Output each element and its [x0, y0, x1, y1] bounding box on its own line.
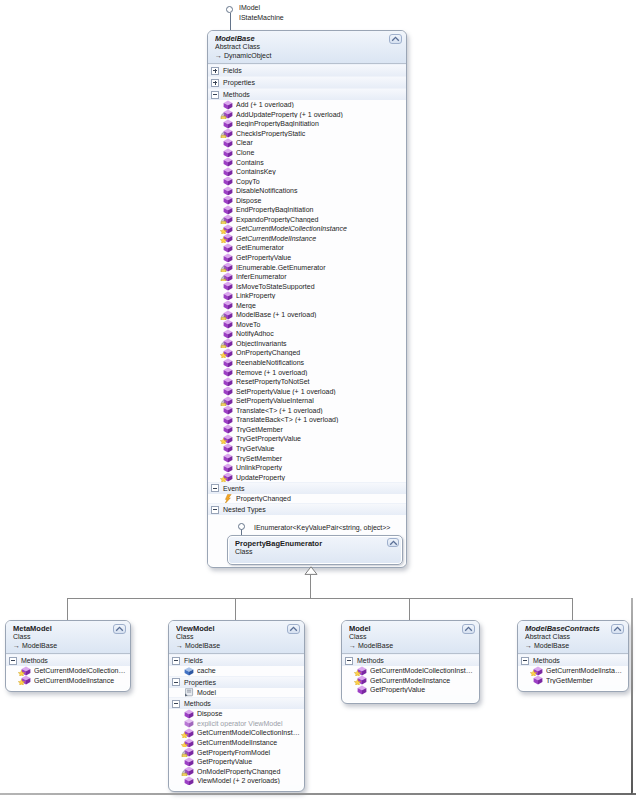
member-row[interactable]: Remove (+ 1 overload) [208, 367, 406, 377]
member-row[interactable]: Translate<T> (+ 1 overload) [208, 406, 406, 416]
expander-icon[interactable] [211, 484, 219, 492]
member-row[interactable]: GetPropertyValue [342, 685, 479, 695]
member-row[interactable]: NotifyAdhoc [208, 329, 406, 339]
class-box-propertybagenumerator[interactable]: PropertyBagEnumerator Class [227, 535, 403, 565]
collapse-button[interactable] [462, 624, 475, 634]
class-box-modelbase[interactable]: ModelBase Abstract Class →DynamicObject … [207, 30, 407, 568]
member-row[interactable]: GetPropertyValue [208, 253, 406, 263]
chevron-up-icon [115, 626, 124, 632]
member-row[interactable]: GetPropertyFromModel [169, 747, 304, 757]
method-icon [223, 396, 233, 406]
class-box-modelbasecontracts[interactable]: ModelBaseContracts Abstract Class →Model… [517, 620, 629, 692]
collapse-button[interactable] [113, 624, 126, 634]
class-box-model[interactable]: Model Class →ModelBase Methods GetCurren… [341, 620, 480, 704]
member-row[interactable]: GetCurrentModelCollectionInstance [6, 666, 130, 676]
class-box-viewmodel[interactable]: ViewModel Class →ModelBase Fields cache … [168, 620, 305, 792]
member-row[interactable]: GetCurrentModelInstance [6, 676, 130, 686]
member-row[interactable]: EndPropertyBagInitiation [208, 205, 406, 215]
member-row[interactable]: ModelBase (+ 1 overload) [208, 310, 406, 320]
methods-list: Dispose explicit operator ViewModel GetC… [169, 709, 304, 785]
expander-icon[interactable] [211, 91, 219, 99]
member-row[interactable]: BeginPropertyBagInitiation [208, 119, 406, 129]
expander-icon[interactable] [211, 506, 219, 514]
member-row[interactable]: OnPropertyChanged [208, 348, 406, 358]
member-row[interactable]: ReenableNotifications [208, 358, 406, 368]
member-row[interactable]: MoveTo [208, 320, 406, 330]
section-fields[interactable]: Fields [169, 654, 304, 666]
member-row[interactable]: OnModelPropertyChanged [169, 766, 304, 776]
section-methods[interactable]: Methods [6, 654, 130, 666]
methods-list: Add (+ 1 overload) AddUpdateProperty (+ … [208, 100, 406, 482]
section-properties[interactable]: Properties [208, 76, 406, 88]
member-row[interactable]: IsMoveToStateSupported [208, 281, 406, 291]
member-row[interactable]: AddUpdateProperty (+ 1 overload) [208, 110, 406, 120]
member-row[interactable]: Dispose [208, 195, 406, 205]
member-row[interactable]: ResetPropertyToNotSet [208, 377, 406, 387]
member-row[interactable]: Add (+ 1 overload) [208, 100, 406, 110]
member-row[interactable]: GetPropertyValue [169, 757, 304, 767]
section-methods[interactable]: Methods [169, 697, 304, 709]
member-row[interactable]: ContainsKey [208, 167, 406, 177]
nested-interface-lollipop-icon[interactable] [238, 523, 245, 530]
collapse-button[interactable] [611, 624, 624, 634]
member-row[interactable]: LinkProperty [208, 291, 406, 301]
member-row[interactable]: Dispose [169, 709, 304, 719]
class-box-metamodel[interactable]: MetaModel Class →ModelBase Methods GetCu… [5, 620, 131, 692]
expander-icon[interactable] [345, 657, 353, 665]
member-row[interactable]: TryGetValue [208, 444, 406, 454]
member-row[interactable]: GetCurrentModelInstance [342, 676, 479, 686]
section-methods[interactable]: Methods [208, 88, 406, 100]
expander-icon[interactable] [211, 79, 219, 87]
collapse-button[interactable] [287, 624, 300, 634]
member-row[interactable]: TryGetMember [518, 676, 628, 686]
member-row[interactable]: ViewModel (+ 2 overloads) [169, 776, 304, 786]
member-row[interactable]: Merge [208, 300, 406, 310]
member-row[interactable]: GetEnumerator [208, 243, 406, 253]
section-events[interactable]: Events [208, 482, 406, 494]
image-border-bottom [0, 793, 636, 795]
section-methods[interactable]: Methods [518, 654, 628, 666]
collapse-button[interactable] [387, 538, 399, 547]
member-row[interactable]: DisableNotifications [208, 186, 406, 196]
expander-icon[interactable] [9, 657, 17, 665]
member-row[interactable]: Model [169, 688, 304, 698]
member-row[interactable]: ObjectInvariants [208, 339, 406, 349]
expander-icon[interactable] [172, 657, 180, 665]
member-row[interactable]: ExpandoPropertyChanged [208, 215, 406, 225]
member-row[interactable]: SetPropertyValueInternal [208, 396, 406, 406]
collapse-button[interactable] [389, 34, 402, 44]
member-row[interactable]: TrySetMember [208, 453, 406, 463]
member-row[interactable]: IEnumerable.GetEnumerator [208, 262, 406, 272]
member-row[interactable]: GetCurrentModelCollectionInstance [208, 224, 406, 234]
member-row[interactable]: TryGetMember [208, 425, 406, 435]
section-nested-types[interactable]: Nested Types [208, 503, 406, 515]
member-row[interactable]: CheckIsPropertyStatic [208, 129, 406, 139]
member-row[interactable]: UnlinkProperty [208, 463, 406, 473]
member-row[interactable]: PropertyChanged [208, 494, 406, 504]
section-properties[interactable]: Properties [169, 676, 304, 688]
member-row[interactable]: Clear [208, 138, 406, 148]
expander-icon[interactable] [211, 67, 219, 75]
member-row[interactable]: CopyTo [208, 176, 406, 186]
interface-lollipop-icon[interactable] [226, 6, 233, 13]
member-row[interactable]: UpdateProperty [208, 472, 406, 482]
member-row[interactable]: TryGetPropertyValue [208, 434, 406, 444]
expander-icon[interactable] [172, 678, 180, 686]
section-methods[interactable]: Methods [342, 654, 479, 666]
expander-icon[interactable] [521, 657, 529, 665]
member-row[interactable]: explicit operator ViewModel [169, 719, 304, 729]
member-row[interactable]: Contains [208, 157, 406, 167]
member-row[interactable]: GetCurrentModelInstance [169, 738, 304, 748]
member-row[interactable]: SetPropertyValue (+ 1 overload) [208, 386, 406, 396]
member-row[interactable]: cache [169, 666, 304, 676]
section-fields[interactable]: Fields [208, 64, 406, 76]
member-row[interactable]: GetCurrentModelInstance [518, 666, 628, 676]
member-row[interactable]: Clone [208, 148, 406, 158]
member-row[interactable]: GetCurrentModelCollectionInstance [342, 666, 479, 676]
member-row[interactable]: TranslateBack<T> (+ 1 overload) [208, 415, 406, 425]
class-diagram-canvas: IModel IStateMachine ModelBase Abstract … [0, 0, 636, 800]
member-row[interactable]: GetCurrentModelInstance [208, 234, 406, 244]
member-row[interactable]: GetCurrentModelCollectionInstance [169, 728, 304, 738]
expander-icon[interactable] [172, 700, 180, 708]
member-row[interactable]: InferEnumerator [208, 272, 406, 282]
